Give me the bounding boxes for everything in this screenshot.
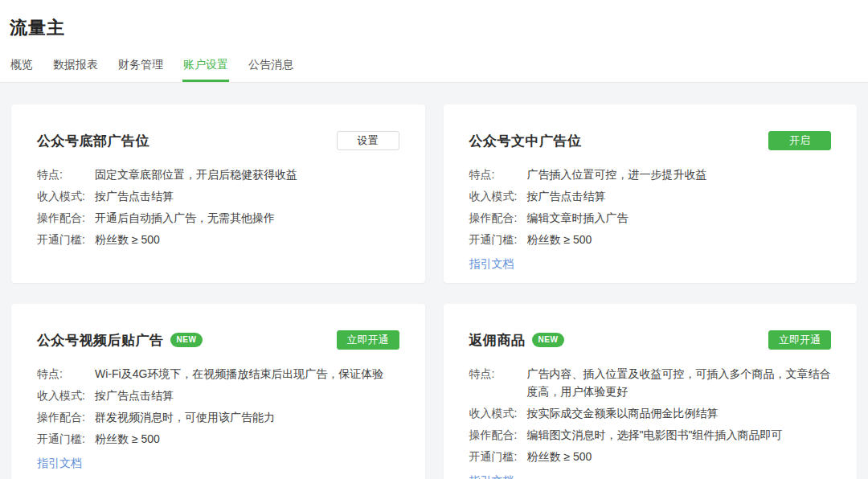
row-value: 粉丝数 ≥ 500	[527, 448, 832, 465]
row-value: 按广告点击结算	[95, 187, 399, 205]
tab-overview[interactable]: 概览	[10, 53, 34, 82]
card-title: 返佣商品	[469, 331, 526, 350]
income-mode-row: 收入模式: 按广告点击结算	[469, 187, 832, 205]
activate-now-button[interactable]: 立即开通	[768, 330, 831, 350]
card-detail-rows: 特点: 广告内容、插入位置及收益可控，可插入多个商品，文章结合度高，用户体验更好…	[469, 365, 832, 479]
row-value: 粉丝数 ≥ 500	[527, 231, 832, 248]
activate-now-button[interactable]: 立即开通	[337, 330, 399, 350]
row-value: 固定文章底部位置，开启后稳健获得收益	[95, 166, 399, 183]
card-grid: 公众号底部广告位 设置 特点: 固定文章底部位置，开启后稳健获得收益 收入模式:…	[11, 104, 857, 479]
row-value: 群发视频消息时，可使用该广告能力	[95, 408, 399, 426]
guide-doc-link[interactable]: 指引文档	[469, 474, 514, 479]
row-value: 按实际成交金额乘以商品佣金比例结算	[527, 404, 832, 422]
guide-doc-link[interactable]: 指引文档	[37, 456, 82, 471]
enable-button[interactable]: 开启	[768, 131, 831, 150]
feature-row: 特点: 广告内容、插入位置及收益可控，可插入多个商品，文章结合度高，用户体验更好	[469, 365, 832, 400]
row-label: 开通门槛:	[469, 231, 527, 248]
new-badge: NEW	[170, 333, 203, 347]
card-title: 公众号底部广告位	[37, 132, 149, 150]
row-label: 操作配合:	[37, 209, 95, 227]
page-title: 流量主	[0, 14, 868, 40]
operation-row: 操作配合: 开通后自动插入广告，无需其他操作	[37, 209, 399, 227]
row-label: 操作配合:	[37, 408, 95, 426]
income-mode-row: 收入模式: 按广告点击结算	[37, 387, 399, 404]
threshold-row: 开通门槛: 粉丝数 ≥ 500	[37, 231, 399, 248]
row-label: 收入模式:	[469, 404, 527, 422]
row-value: 编辑图文消息时，选择"电影图书"组件插入商品即可	[527, 426, 832, 444]
operation-row: 操作配合: 编辑文章时插入广告	[469, 209, 832, 227]
new-badge: NEW	[532, 333, 565, 347]
row-label: 特点:	[37, 365, 95, 383]
card-video-postroll-ad: 公众号视频后贴广告 NEW 立即开通 特点: Wi-Fi及4G环境下，在视频播放…	[11, 304, 425, 479]
guide-doc-link[interactable]: 指引文档	[469, 257, 514, 272]
row-value: 开通后自动插入广告，无需其他操作	[95, 209, 399, 227]
card-in-article-ad-slot: 公众号文中广告位 开启 特点: 广告插入位置可控，进一步提升收益 收入模式: 按…	[444, 104, 858, 283]
tab-data-report[interactable]: 数据报表	[52, 53, 99, 82]
row-value: 粉丝数 ≥ 500	[95, 231, 399, 248]
card-header: 返佣商品 NEW 立即开通	[469, 330, 832, 350]
row-label: 开通门槛:	[469, 448, 527, 465]
row-label: 收入模式:	[37, 187, 95, 205]
feature-row: 特点: 广告插入位置可控，进一步提升收益	[469, 166, 832, 183]
row-label: 收入模式:	[37, 387, 95, 404]
row-label: 特点:	[469, 365, 527, 400]
threshold-row: 开通门槛: 粉丝数 ≥ 500	[469, 448, 832, 465]
row-value: 按广告点击结算	[527, 187, 832, 205]
threshold-row: 开通门槛: 粉丝数 ≥ 500	[37, 430, 399, 448]
row-label: 操作配合:	[469, 209, 527, 227]
operation-row: 操作配合: 编辑图文消息时，选择"电影图书"组件插入商品即可	[469, 426, 832, 444]
tab-finance[interactable]: 财务管理	[117, 53, 164, 82]
card-commission-products: 返佣商品 NEW 立即开通 特点: 广告内容、插入位置及收益可控，可插入多个商品…	[444, 304, 858, 479]
tab-account-settings[interactable]: 账户设置	[182, 53, 229, 82]
top-header: 流量主 概览 数据报表 财务管理 账户设置 公告消息	[0, 0, 868, 83]
card-header: 公众号文中广告位 开启	[469, 131, 832, 150]
row-value: 广告插入位置可控，进一步提升收益	[527, 166, 832, 183]
card-title: 公众号视频后贴广告	[37, 331, 164, 350]
row-label: 开通门槛:	[37, 231, 95, 248]
card-bottom-ad-slot: 公众号底部广告位 设置 特点: 固定文章底部位置，开启后稳健获得收益 收入模式:…	[11, 104, 425, 283]
row-value: 编辑文章时插入广告	[527, 209, 832, 227]
row-label: 操作配合:	[469, 426, 527, 444]
content-area: 公众号底部广告位 设置 特点: 固定文章底部位置，开启后稳健获得收益 收入模式:…	[0, 83, 868, 479]
row-value: Wi-Fi及4G环境下，在视频播放结束后出现广告，保证体验	[95, 365, 399, 383]
card-header: 公众号视频后贴广告 NEW 立即开通	[37, 330, 399, 350]
feature-row: 特点: Wi-Fi及4G环境下，在视频播放结束后出现广告，保证体验	[37, 365, 399, 383]
card-detail-rows: 特点: 固定文章底部位置，开启后稳健获得收益 收入模式: 按广告点击结算 操作配…	[37, 166, 399, 248]
row-label: 特点:	[469, 166, 527, 183]
row-value: 粉丝数 ≥ 500	[95, 430, 399, 448]
threshold-row: 开通门槛: 粉丝数 ≥ 500	[469, 231, 832, 248]
card-detail-rows: 特点: Wi-Fi及4G环境下，在视频播放结束后出现广告，保证体验 收入模式: …	[37, 365, 399, 471]
row-value: 广告内容、插入位置及收益可控，可插入多个商品，文章结合度高，用户体验更好	[527, 365, 832, 400]
income-mode-row: 收入模式: 按广告点击结算	[37, 187, 399, 205]
card-detail-rows: 特点: 广告插入位置可控，进一步提升收益 收入模式: 按广告点击结算 操作配合:…	[469, 166, 832, 272]
settings-button[interactable]: 设置	[337, 131, 399, 150]
tab-bar: 概览 数据报表 财务管理 账户设置 公告消息	[0, 53, 868, 83]
card-header: 公众号底部广告位 设置	[37, 131, 399, 150]
row-label: 开通门槛:	[37, 430, 95, 448]
row-label: 特点:	[37, 166, 95, 183]
income-mode-row: 收入模式: 按实际成交金额乘以商品佣金比例结算	[469, 404, 832, 422]
row-value: 按广告点击结算	[95, 387, 399, 404]
operation-row: 操作配合: 群发视频消息时，可使用该广告能力	[37, 408, 399, 426]
row-label: 收入模式:	[469, 187, 527, 205]
feature-row: 特点: 固定文章底部位置，开启后稳健获得收益	[37, 166, 399, 183]
tab-announcements[interactable]: 公告消息	[248, 53, 294, 82]
card-title: 公众号文中广告位	[469, 132, 582, 150]
